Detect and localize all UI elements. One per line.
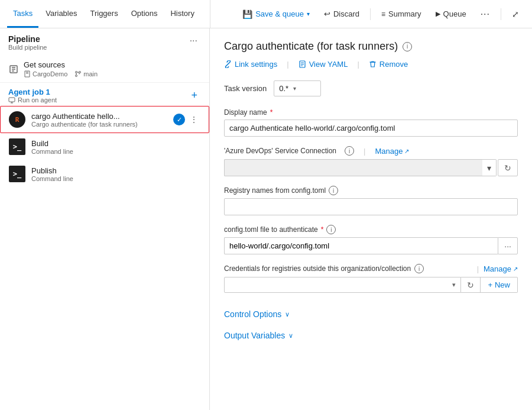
task-more-button[interactable]: ⋮ bbox=[187, 114, 200, 125]
config-toml-browse-button[interactable]: ··· bbox=[498, 237, 518, 254]
agent-job-info: Agent job 1 Run on agent bbox=[8, 88, 187, 104]
pipeline-header: Pipeline Build pipeline ··· bbox=[0, 28, 209, 56]
expand-button[interactable]: ⤢ bbox=[506, 7, 525, 22]
main-layout: Pipeline Build pipeline ··· Get sources bbox=[0, 28, 532, 410]
credentials-refresh-button[interactable]: ↻ bbox=[461, 277, 481, 293]
tab-triggers[interactable]: Triggers bbox=[84, 0, 124, 28]
content-links: Link settings | View YAML | Rem bbox=[224, 60, 518, 69]
pipeline-title: Pipeline bbox=[8, 34, 47, 44]
save-queue-button[interactable]: 💾 Save & queue ▾ bbox=[236, 7, 316, 22]
task-item-cargo-auth[interactable]: R cargo Authenticate hello... Cargo auth… bbox=[0, 106, 209, 133]
content-area: Cargo authenticate (for task runners) i … bbox=[210, 28, 532, 410]
save-icon: 💾 bbox=[242, 9, 252, 19]
registry-names-input[interactable] bbox=[224, 198, 518, 215]
config-toml-info-icon[interactable]: i bbox=[326, 225, 336, 234]
repo-meta: CargoDemo bbox=[24, 70, 67, 78]
task-build-title: Build bbox=[31, 139, 200, 148]
azure-pipe-sep: | bbox=[364, 147, 365, 156]
task-publish-subtitle: Command line bbox=[31, 175, 200, 182]
get-sources-item[interactable]: Get sources CargoDemo bbox=[0, 56, 209, 83]
top-actions: 💾 Save & queue ▾ ↩ Discard ≡ Summary ▶ Q… bbox=[236, 6, 525, 22]
azure-manage-link[interactable]: Manage ↗ bbox=[375, 147, 409, 156]
azure-dropdown-chevron[interactable]: ▾ bbox=[482, 159, 497, 176]
credentials-info-icon[interactable]: i bbox=[414, 264, 424, 273]
display-name-group: Display name * bbox=[224, 108, 518, 137]
registry-names-label-row: Registry names from config.toml i bbox=[224, 186, 518, 195]
azure-service-label-row: 'Azure DevOps' Service Connection i | Ma… bbox=[224, 146, 518, 156]
svg-rect-9 bbox=[9, 98, 15, 102]
sidebar: Pipeline Build pipeline ··· Get sources bbox=[0, 28, 210, 410]
tab-options[interactable]: Options bbox=[125, 0, 164, 28]
discard-button[interactable]: ↩ Discard bbox=[318, 7, 365, 21]
nav-tabs: Tasks Variables Triggers Options History bbox=[7, 0, 210, 28]
azure-service-info-icon[interactable]: i bbox=[345, 146, 354, 156]
manage-external-icon: ↗ bbox=[404, 148, 409, 154]
tab-history[interactable]: History bbox=[164, 0, 200, 28]
agent-job-title[interactable]: Agent job 1 bbox=[8, 88, 187, 96]
summary-button[interactable]: ≡ Summary bbox=[375, 7, 427, 21]
link-icon bbox=[224, 60, 232, 68]
task-version-select[interactable]: 0.* ▾ bbox=[274, 80, 321, 96]
display-name-input[interactable] bbox=[224, 120, 518, 137]
get-sources-content: Get sources CargoDemo bbox=[24, 60, 201, 78]
view-yaml-link[interactable]: View YAML bbox=[299, 60, 348, 69]
credentials-pipe: | bbox=[477, 264, 479, 273]
credentials-input-row: ▾ ↻ + New bbox=[224, 277, 518, 293]
link-settings-link[interactable]: Link settings bbox=[224, 60, 277, 69]
credentials-new-button[interactable]: + New bbox=[481, 277, 518, 293]
agent-icon bbox=[8, 96, 15, 104]
credentials-label: Credentials for registries outside this … bbox=[224, 264, 411, 273]
task-check-icon: ✓ bbox=[173, 114, 185, 125]
output-variables-section[interactable]: Output Variables ∨ bbox=[224, 324, 518, 345]
svg-point-8 bbox=[76, 75, 77, 77]
azure-service-label: 'Azure DevOps' Service Connection bbox=[224, 147, 336, 155]
content-title: Cargo authenticate (for task runners) i bbox=[224, 40, 518, 53]
tab-variables[interactable]: Variables bbox=[40, 0, 83, 28]
add-task-button[interactable]: + bbox=[187, 88, 201, 103]
trash-icon bbox=[369, 60, 377, 68]
task-publish-title: Publish bbox=[31, 166, 200, 175]
undo-icon: ↩ bbox=[324, 9, 330, 18]
config-toml-label-row: config.toml file to authenticate * i bbox=[224, 225, 518, 234]
credentials-select[interactable]: ▾ bbox=[224, 277, 461, 293]
azure-service-connection-group: 'Azure DevOps' Service Connection i | Ma… bbox=[224, 146, 518, 176]
credentials-label-row: Credentials for registries outside this … bbox=[224, 264, 518, 273]
play-icon: ▶ bbox=[436, 10, 440, 18]
more-actions-button[interactable]: ··· bbox=[475, 6, 496, 22]
version-chevron-icon: ▾ bbox=[293, 85, 296, 92]
registry-info-icon[interactable]: i bbox=[329, 186, 338, 195]
task-publish-content: Publish Command line bbox=[31, 166, 200, 182]
azure-service-select[interactable] bbox=[224, 159, 482, 176]
link-separator-2: | bbox=[357, 60, 359, 69]
control-options-chevron-icon: ∨ bbox=[285, 311, 290, 318]
credentials-manage-link[interactable]: Manage ↗ bbox=[484, 264, 518, 273]
new-plus-icon: + bbox=[488, 280, 492, 289]
config-toml-input[interactable] bbox=[224, 237, 498, 254]
agent-job-subtitle: Run on agent bbox=[8, 96, 187, 104]
task-version-row: Task version 0.* ▾ bbox=[224, 80, 518, 96]
build-cmd-icon: >_ bbox=[9, 138, 25, 155]
output-variables-chevron-icon: ∨ bbox=[288, 332, 293, 340]
title-info-icon[interactable]: i bbox=[403, 42, 412, 51]
pipeline-more-button[interactable]: ··· bbox=[186, 34, 201, 47]
azure-refresh-button[interactable]: ↻ bbox=[498, 159, 518, 176]
credentials-actions: | Manage ↗ bbox=[477, 264, 518, 273]
publish-cmd-icon: >_ bbox=[9, 166, 25, 182]
tab-tasks[interactable]: Tasks bbox=[7, 0, 38, 28]
azure-service-input-row: ▾ ↻ bbox=[224, 159, 518, 176]
agent-job-header: Agent job 1 Run on agent + bbox=[0, 83, 209, 106]
task-item-publish[interactable]: >_ Publish Command line bbox=[0, 160, 209, 188]
repo-icon bbox=[24, 70, 31, 78]
task-item-build[interactable]: >_ Build Command line bbox=[0, 133, 209, 160]
config-toml-group: config.toml file to authenticate * i ··· bbox=[224, 225, 518, 254]
link-separator-1: | bbox=[287, 60, 288, 69]
get-sources-icon bbox=[8, 64, 19, 75]
credentials-external-icon: ↗ bbox=[513, 266, 518, 272]
queue-button[interactable]: ▶ Queue bbox=[430, 7, 472, 21]
remove-link[interactable]: Remove bbox=[369, 60, 408, 69]
summary-icon: ≡ bbox=[381, 10, 385, 18]
task-cargo-auth-title: cargo Authenticate hello... bbox=[31, 112, 167, 121]
display-name-label: Display name * bbox=[224, 108, 518, 117]
control-options-section[interactable]: Control Options ∨ bbox=[224, 302, 518, 324]
task-cargo-auth-content: cargo Authenticate hello... Cargo authen… bbox=[31, 112, 167, 128]
